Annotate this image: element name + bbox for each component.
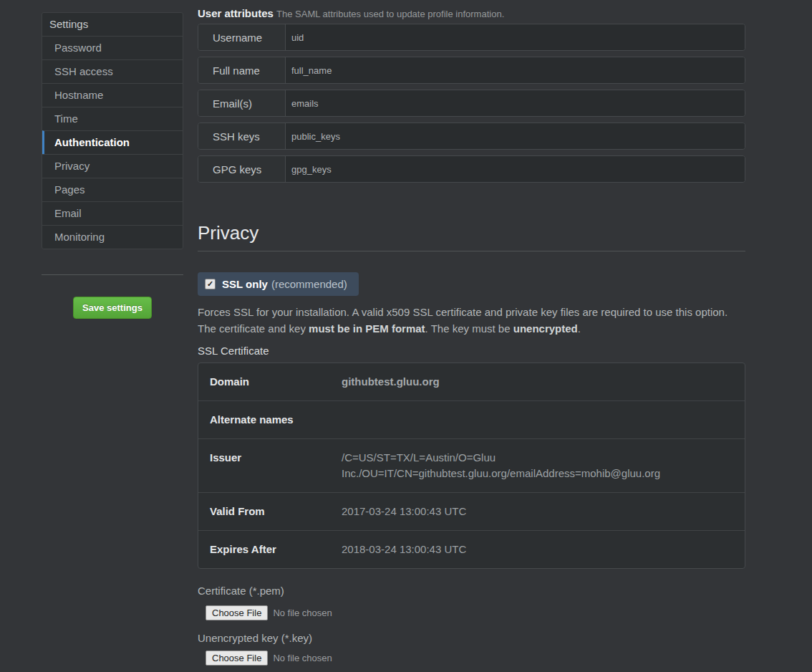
ssl-only-label: SSL only — [222, 278, 268, 290]
cert-domain-value: githubtest.gluu.org — [342, 374, 733, 390]
sidebar-item-authentication[interactable]: Authentication — [42, 130, 183, 154]
sidebar-item-ssh-access[interactable]: SSH access — [42, 59, 183, 83]
cert-valid-from-label: Valid From — [210, 504, 342, 519]
sidebar-item-pages[interactable]: Pages — [42, 178, 183, 201]
sidebar-item-email[interactable]: Email — [42, 201, 183, 225]
sidebar-divider — [42, 274, 183, 275]
gpg-keys-field-label: GPG keys — [198, 156, 286, 182]
sidebar-header-settings: Settings — [42, 13, 183, 36]
ssl-certificate-table: Domain githubtest.gluu.org Alternate nam… — [198, 363, 745, 569]
sidebar-item-password[interactable]: Password — [42, 36, 183, 59]
key-choose-file-button[interactable]: Choose File — [206, 651, 268, 666]
save-settings-button[interactable]: Save settings — [73, 297, 152, 319]
ssl-description: Forces SSL for your installation. A vali… — [198, 304, 745, 337]
certificate-file-status: No file chosen — [273, 608, 332, 618]
cert-row-domain: Domain githubtest.gluu.org — [198, 363, 745, 400]
ssl-only-recommended-note: (recommended) — [271, 278, 347, 290]
ssl-description-text2: . The key must be — [425, 322, 513, 335]
user-attributes-heading: User attributes The SAML attributes used… — [198, 7, 745, 21]
cert-alternate-names-value — [342, 412, 733, 428]
cert-row-valid-from: Valid From 2017-03-24 13:00:43 UTC — [198, 492, 745, 530]
cert-expires-after-value: 2018-03-24 13:00:43 UTC — [342, 542, 733, 557]
full-name-field-group: Full name — [198, 57, 745, 84]
full-name-field-label: Full name — [198, 57, 286, 83]
key-file-status: No file chosen — [273, 653, 332, 663]
cert-domain-label: Domain — [210, 374, 342, 390]
full-name-attribute-input[interactable] — [286, 57, 745, 83]
cert-row-alternate-names: Alternate names — [198, 400, 745, 438]
cert-row-issuer: Issuer /C=US/ST=TX/L=Austin/O=Gluu Inc./… — [198, 438, 745, 492]
username-field-label: Username — [198, 24, 286, 50]
gpg-keys-attribute-input[interactable] — [286, 156, 745, 182]
unencrypted-key-label: Unencrypted key (*.key) — [198, 632, 745, 645]
privacy-section-title: Privacy — [198, 222, 745, 251]
settings-sidebar: Settings Password SSH access Hostname Ti… — [42, 12, 183, 249]
gpg-keys-field-group: GPG keys — [198, 155, 745, 183]
ssh-keys-field-group: SSH keys — [198, 123, 745, 150]
cert-issuer-label: Issuer — [210, 450, 342, 481]
key-file-input: Choose File No file chosen — [206, 651, 745, 666]
certificate-file-input: Choose File No file chosen — [206, 605, 745, 620]
user-attributes-title: User attributes — [198, 7, 274, 19]
ssh-keys-field-label: SSH keys — [198, 123, 286, 149]
ssh-keys-attribute-input[interactable] — [286, 123, 745, 149]
ssl-only-checkbox check-icon[interactable] — [205, 279, 216, 289]
emails-field-label: Email(s) — [198, 90, 286, 116]
sidebar-item-hostname[interactable]: Hostname — [42, 83, 183, 107]
user-attributes-description: The SAML attributes used to update profi… — [276, 9, 504, 19]
username-field-group: Username — [198, 24, 745, 51]
certificate-choose-file-button[interactable]: Choose File — [206, 605, 268, 620]
ssl-certificate-title: SSL Certificate — [198, 345, 745, 357]
cert-row-expires-after: Expires After 2018-03-24 13:00:43 UTC — [198, 530, 745, 568]
emails-attribute-input[interactable] — [286, 90, 745, 116]
ssl-description-unencrypted-bold: unencrypted — [513, 322, 578, 335]
ssl-only-option[interactable]: SSL only (recommended) — [198, 272, 359, 296]
username-attribute-input[interactable] — [286, 24, 745, 50]
main-content: User attributes The SAML attributes used… — [198, 0, 745, 666]
cert-issuer-value: /C=US/ST=TX/L=Austin/O=Gluu Inc./OU=IT/C… — [342, 450, 733, 481]
cert-valid-from-value: 2017-03-24 13:00:43 UTC — [342, 504, 733, 519]
certificate-pem-label: Certificate (*.pem) — [198, 585, 745, 597]
ssl-description-pem-bold: must be in PEM format — [309, 322, 425, 335]
settings-nav-list: Settings Password SSH access Hostname Ti… — [42, 12, 183, 249]
page-background: { "colors": { "page_bg": "#333538", "acc… — [0, 0, 812, 672]
sidebar-item-privacy[interactable]: Privacy — [42, 154, 183, 178]
cert-expires-after-label: Expires After — [210, 542, 342, 557]
cert-alternate-names-label: Alternate names — [210, 412, 342, 428]
sidebar-item-time[interactable]: Time — [42, 107, 183, 130]
sidebar-item-monitoring[interactable]: Monitoring — [42, 225, 183, 249]
emails-field-group: Email(s) — [198, 90, 745, 117]
ssl-description-text3: . — [578, 322, 581, 335]
